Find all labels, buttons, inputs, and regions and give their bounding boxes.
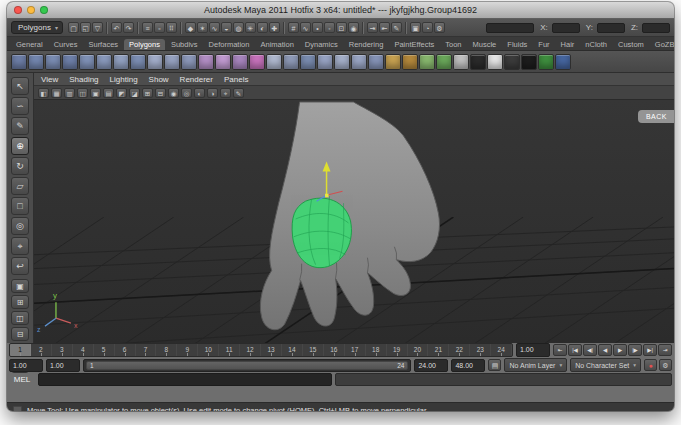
z-input-field[interactable] — [642, 23, 670, 33]
title-bar[interactable]: Autodesk Maya 2011 Hotfix 3 x64: untitle… — [7, 2, 674, 19]
shelf-tab[interactable]: Toon — [440, 39, 466, 50]
xray-icon[interactable]: ◐ — [194, 88, 205, 98]
auto-keyframe-button[interactable]: ● — [644, 359, 657, 371]
snap-grid-icon[interactable]: # — [288, 22, 299, 33]
frame-cell[interactable]: 9 — [177, 344, 198, 356]
play-backward-button[interactable]: ◀ — [598, 344, 612, 356]
layout-single-pane-button[interactable]: ▣ — [11, 279, 29, 293]
textured-mode-icon[interactable]: ◉ — [168, 88, 179, 98]
separator[interactable] — [405, 22, 407, 34]
panel-menu-item[interactable]: Shading — [69, 75, 98, 84]
rotate-tool[interactable]: ↻ — [11, 157, 29, 175]
back-button[interactable]: BACK — [638, 110, 674, 123]
layout-four-pane-button[interactable]: ⊞ — [11, 295, 29, 309]
shelf-tab[interactable]: GoZBrush — [650, 39, 674, 50]
shelf-icon[interactable] — [470, 54, 486, 70]
resolution-gate-icon[interactable]: ▥ — [64, 88, 75, 98]
mask-rendering-icon[interactable]: ◐ — [257, 22, 268, 33]
shelf-tab[interactable]: Animation — [255, 39, 298, 50]
time-slider-track[interactable]: 123456789101112131415161718192021222324 — [9, 343, 513, 357]
range-slider-track[interactable]: 1 24 — [83, 359, 411, 372]
lighting-icon[interactable]: ◎ — [181, 88, 192, 98]
mask-surfaces-icon[interactable]: ◒ — [221, 22, 232, 33]
shelf-icon[interactable] — [419, 54, 435, 70]
make-live-icon[interactable]: ◉ — [348, 22, 359, 33]
safe-title-icon[interactable]: ◩ — [116, 88, 127, 98]
anim-layer-dropdown[interactable]: No Anim Layer ▾ — [504, 358, 567, 372]
frame-cell[interactable]: 23 — [470, 344, 491, 356]
render-settings-icon[interactable]: ⚙ — [434, 22, 445, 33]
film-gate-icon[interactable]: ▦ — [51, 88, 62, 98]
frame-cell[interactable]: 11 — [219, 344, 240, 356]
scale-tool[interactable]: ▱ — [11, 177, 29, 195]
anim-layer-filter-icon[interactable]: ▤ — [488, 359, 501, 371]
close-window-button[interactable] — [14, 6, 22, 14]
shelf-icon[interactable] — [300, 54, 316, 70]
shelf-icon[interactable] — [436, 54, 452, 70]
shaded-mode-icon[interactable]: ⊟ — [155, 88, 166, 98]
frame-cell[interactable]: 13 — [261, 344, 282, 356]
step-back-key-button[interactable]: |◀ — [568, 344, 582, 356]
panel-menu-item[interactable]: Show — [149, 75, 169, 84]
shelf-icon[interactable] — [62, 54, 78, 70]
frame-cell[interactable]: 6 — [115, 344, 136, 356]
shelf-icon[interactable] — [113, 54, 129, 70]
step-forward-key-button[interactable]: ▶| — [643, 344, 657, 356]
shelf-icon[interactable] — [164, 54, 180, 70]
separator[interactable] — [137, 22, 139, 34]
last-tool[interactable]: ↩ — [11, 257, 29, 275]
step-back-frame-button[interactable]: ◀| — [583, 344, 597, 356]
select-tool[interactable]: ↖ — [11, 77, 29, 95]
shelf-icon[interactable] — [317, 54, 333, 70]
y-input-field[interactable] — [597, 23, 625, 33]
shelf-tab[interactable]: PaintEffects — [389, 39, 439, 50]
frame-cell[interactable]: 7 — [136, 344, 157, 356]
shelf-icon[interactable] — [283, 54, 299, 70]
shelf-icon[interactable] — [198, 54, 214, 70]
snap-view-icon[interactable]: ⊡ — [336, 22, 347, 33]
current-time-field[interactable]: 1.00 — [516, 343, 550, 357]
layout-two-pane-stacked-button[interactable]: ⊟ — [11, 327, 29, 341]
panel-menu-item[interactable]: View — [41, 75, 58, 84]
shelf-icon[interactable] — [385, 54, 401, 70]
shelf-tab[interactable]: General — [11, 39, 48, 50]
separator[interactable] — [283, 22, 285, 34]
isolate-select-icon[interactable]: ◑ — [207, 88, 218, 98]
open-scene-icon[interactable]: ◱ — [80, 22, 91, 33]
frame-cell[interactable]: 24 — [491, 344, 512, 356]
selected-faces[interactable] — [292, 196, 351, 267]
frame-cell[interactable]: 20 — [408, 344, 429, 356]
save-scene-icon[interactable]: ▽ — [92, 22, 103, 33]
render-current-frame-icon[interactable]: ▣ — [410, 22, 421, 33]
frame-cell[interactable]: 16 — [324, 344, 345, 356]
universal-manipulator-tool[interactable]: □ — [11, 197, 29, 215]
frame-cell[interactable]: 15 — [303, 344, 324, 356]
animation-end-field[interactable]: 48.00 — [451, 359, 485, 372]
animation-start-field[interactable]: 1.00 — [9, 359, 43, 372]
frame-cell[interactable]: 12 — [240, 344, 261, 356]
shelf-tab[interactable]: Hair — [556, 39, 580, 50]
go-to-start-button[interactable]: ⇤ — [553, 344, 567, 356]
frame-cell[interactable]: 2 — [31, 344, 52, 356]
frame-cell[interactable]: 19 — [387, 344, 408, 356]
frame-cell[interactable]: 3 — [52, 344, 73, 356]
separator[interactable] — [180, 22, 182, 34]
snap-projected-icon[interactable]: ◦ — [324, 22, 335, 33]
shelf-tab[interactable]: Dynamics — [300, 39, 343, 50]
shelf-icon[interactable] — [215, 54, 231, 70]
select-component-icon[interactable]: ⠿ — [166, 22, 177, 33]
shelf-icon[interactable] — [334, 54, 350, 70]
shelf-tab[interactable]: Polygons — [124, 39, 165, 50]
frame-cell[interactable]: 5 — [94, 344, 115, 356]
select-hierarchy-icon[interactable]: ≡ — [142, 22, 153, 33]
new-scene-icon[interactable]: ▢ — [68, 22, 79, 33]
undo-icon[interactable]: ↶ — [111, 22, 122, 33]
paint-select-tool[interactable]: ✎ — [11, 117, 29, 135]
mask-curves-icon[interactable]: ∿ — [209, 22, 220, 33]
zoom-window-button[interactable] — [40, 6, 48, 14]
shelf-tab[interactable]: Muscle — [468, 39, 502, 50]
go-to-end-button[interactable]: ⇥ — [658, 344, 672, 356]
gate-mask-icon[interactable]: ◫ — [77, 88, 88, 98]
field-chart-icon[interactable]: ▣ — [90, 88, 101, 98]
viewport-canvas[interactable]: y x z BACK — [34, 100, 674, 343]
